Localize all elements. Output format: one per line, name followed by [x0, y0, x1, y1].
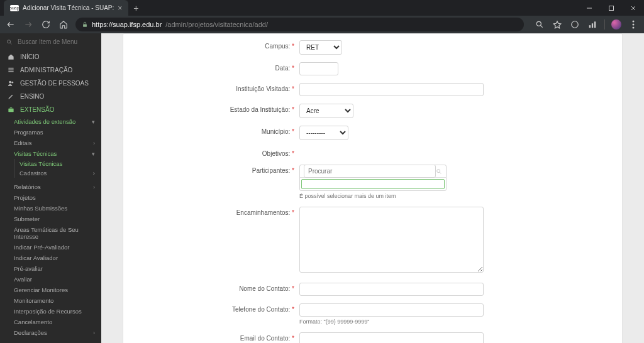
sidebar-sub-indicar-av[interactable]: Indicar Avaliador — [0, 253, 101, 263]
form-card: Campus: * RET Data: * Instituição Visita… — [123, 33, 623, 343]
label-campus: Campus: — [265, 43, 290, 50]
reload-icon[interactable] — [40, 20, 52, 29]
sidebar-sub-atividades[interactable]: Atividades de extensão ▾ — [0, 116, 101, 127]
chevron-down-icon: ▾ — [92, 151, 95, 157]
sidebar-sub-areas[interactable]: Áreas Temáticas de Seu Interesse — [0, 224, 101, 242]
chevron-right-icon: › — [93, 330, 95, 336]
menu-icon[interactable] — [628, 20, 639, 29]
telefone-contato-input[interactable] — [299, 303, 484, 317]
minimize-button[interactable] — [578, 0, 600, 16]
browser-address-bar: https://suap.ifsp.edu.br/admin/projetos/… — [0, 16, 644, 33]
sidebar-item-label: ENSINO — [20, 93, 44, 100]
sidebar-sub-interp[interactable]: Interposição de Recursos — [0, 306, 101, 317]
participantes-search-input[interactable] — [304, 165, 436, 178]
window-controls — [578, 0, 644, 16]
email-contato-input[interactable] — [299, 332, 484, 343]
estado-select[interactable]: Acre — [299, 104, 353, 118]
svg-rect-1 — [609, 6, 613, 10]
participantes-hint: É possível selecionar mais de um item — [299, 193, 484, 199]
svg-marker-9 — [553, 21, 561, 28]
sidebar-subsub-visitas[interactable]: Visitas Técnicas — [14, 159, 101, 168]
sidebar-search[interactable] — [0, 33, 101, 50]
shield-icon[interactable] — [569, 20, 580, 29]
browser-tab[interactable]: suap Adicionar Visita Técnica - SUAP: × — [4, 0, 128, 16]
sidebar-sub-projetos[interactable]: Projetos — [0, 192, 101, 203]
municipio-select[interactable]: --------- — [299, 126, 348, 140]
sidebar-sub-gerenciar[interactable]: Gerenciar Monitores — [0, 285, 101, 295]
required-mark: * — [292, 335, 294, 342]
required-mark: * — [292, 167, 294, 174]
sidebar-item-ensino[interactable]: ENSINO — [0, 90, 101, 103]
sidebar-item-admin[interactable]: ADMINISTRAÇÃO — [0, 63, 101, 77]
svg-rect-19 — [8, 68, 13, 68]
encaminhamentos-textarea[interactable] — [299, 207, 484, 273]
sidebar-sub-preavaliar[interactable]: Pré-avaliar — [0, 263, 101, 274]
required-mark: * — [292, 128, 294, 135]
participantes-widget[interactable] — [299, 165, 447, 191]
sidebar-sub-programas[interactable]: Programas — [0, 127, 101, 138]
search-icon — [436, 168, 442, 175]
avatar[interactable] — [611, 19, 621, 30]
close-icon[interactable]: × — [118, 4, 122, 13]
sidebar-sub-avaliar[interactable]: Avaliar — [0, 274, 101, 285]
label-participantes: Participantes: — [252, 167, 291, 174]
data-input[interactable] — [299, 62, 338, 75]
required-mark: * — [292, 85, 294, 92]
required-mark: * — [292, 43, 294, 50]
required-mark: * — [292, 285, 294, 292]
sidebar-item-label: GESTÃO DE PESSOAS — [20, 80, 89, 87]
chevron-right-icon: › — [93, 170, 95, 177]
svg-rect-13 — [594, 21, 596, 28]
sidebar-sub-decl[interactable]: Declarações › — [0, 327, 101, 338]
svg-point-16 — [633, 27, 635, 29]
svg-point-7 — [536, 21, 541, 26]
users-icon — [8, 80, 15, 87]
svg-point-23 — [11, 82, 13, 84]
sidebar-sub-indicar-pre[interactable]: Indicar Pré-Avaliador — [0, 242, 101, 253]
back-icon[interactable] — [5, 20, 16, 29]
sidebar-sub-relatorios[interactable]: Relatórios › — [0, 182, 101, 192]
telefone-hint: Formato: "(99) 99999-9999" — [299, 318, 484, 325]
forward-icon[interactable] — [23, 20, 34, 29]
required-mark: * — [292, 65, 294, 72]
nome-contato-input[interactable] — [299, 283, 484, 296]
close-window-button[interactable] — [622, 0, 644, 16]
sidebar-subsub-cadastros[interactable]: Cadastros› — [14, 168, 101, 178]
svg-point-17 — [8, 40, 11, 43]
required-mark: * — [292, 306, 294, 313]
search-input[interactable] — [18, 38, 95, 45]
sidebar-item-extensao[interactable]: EXTENSÃO — [0, 103, 101, 116]
divider — [604, 19, 605, 30]
sidebar-sub-cancel[interactable]: Cancelamento — [0, 317, 101, 327]
url-host: https://suap.ifsp.edu.br — [92, 21, 162, 28]
svg-point-14 — [633, 21, 635, 23]
maximize-button[interactable] — [600, 0, 622, 16]
zoom-icon[interactable] — [534, 20, 545, 29]
svg-rect-20 — [8, 70, 13, 70]
tab-favicon: suap — [10, 5, 19, 11]
browser-titlebar: suap Adicionar Visita Técnica - SUAP: × … — [0, 0, 644, 16]
sidebar-item-inicio[interactable]: INÍCIO — [0, 50, 101, 63]
required-mark: * — [292, 150, 294, 157]
sidebar-sub-submeter[interactable]: Submeter — [0, 214, 101, 224]
sidebar-sub-monit[interactable]: Monitoramento — [0, 295, 101, 306]
svg-line-26 — [440, 172, 441, 173]
sidebar-sub-editais[interactable]: Editais › — [0, 138, 101, 148]
sidebar-item-gestao[interactable]: GESTÃO DE PESSOAS — [0, 77, 101, 90]
home-icon[interactable] — [58, 20, 69, 29]
instituicao-input[interactable] — [299, 83, 484, 96]
sidebar-sub-visitas[interactable]: Visitas Técnicas ▾ — [0, 148, 101, 159]
svg-point-22 — [9, 81, 11, 84]
briefcase-icon — [8, 106, 15, 113]
star-icon[interactable] — [552, 20, 563, 29]
sidebar-sub-minhas[interactable]: Minhas Submissões — [0, 203, 101, 214]
lock-icon — [82, 21, 88, 28]
stats-icon[interactable] — [587, 20, 598, 29]
sidebar-item-label: INÍCIO — [20, 53, 40, 60]
campus-select[interactable]: RET — [299, 40, 342, 55]
label-municipio: Município: — [262, 128, 291, 135]
participantes-selection[interactable] — [301, 179, 445, 189]
new-tab-button[interactable]: + — [133, 3, 138, 13]
url-input[interactable]: https://suap.ifsp.edu.br/admin/projetos/… — [75, 18, 524, 31]
svg-rect-12 — [592, 23, 593, 28]
